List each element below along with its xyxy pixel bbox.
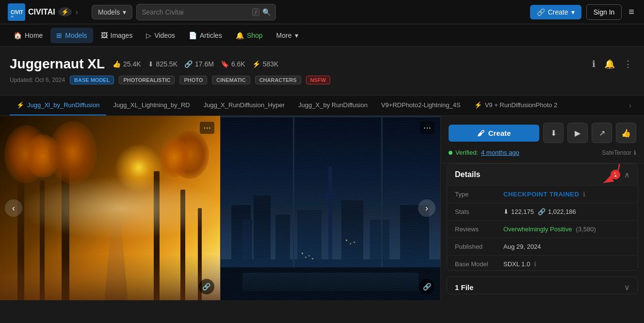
image-panel-1[interactable]: ⋯ 🔗 ‹ — [0, 116, 221, 300]
page-title: Juggernaut XL — [10, 56, 105, 72]
image-panel-2[interactable]: ⋯ 🔗 › — [221, 116, 441, 300]
details-collapse-icon[interactable]: ∧ — [624, 170, 630, 179]
files-expand-icon[interactable]: ∨ — [624, 283, 630, 292]
type-label: Type — [455, 191, 503, 198]
slash-badge: / — [252, 8, 259, 16]
download-button[interactable]: ⬇ — [543, 123, 564, 143]
bookmark-icon: 🔖 — [221, 60, 229, 68]
tag-photo[interactable]: PHOTO — [179, 76, 207, 84]
page-header: Juggernaut XL 👍 25.4K ⬇ 825.5K 🔗 17.6M 🔖… — [0, 47, 644, 96]
share-button[interactable]: ↗ — [592, 123, 612, 143]
tag-characters[interactable]: CHARACTERS — [255, 76, 301, 84]
info-button[interactable]: ℹ — [590, 57, 597, 71]
tab-version-3[interactable]: Jugg_X_RunDiffusion_Hyper — [197, 96, 291, 115]
images-area: ⋯ 🔗 ‹ — [0, 116, 440, 300]
version-tabs: ⚡ Jugg_Xl_by_RunDiffusion Jugg_XL_Lightn… — [0, 96, 644, 116]
image-2-menu[interactable]: ⋯ — [420, 122, 435, 134]
tab-version-6[interactable]: ⚡ V9 + RunDiffusionPhoto 2 — [467, 96, 564, 115]
tab-scroll-right[interactable]: › — [626, 97, 634, 114]
download-icon: ⬇ — [148, 60, 154, 68]
svg-text:AI: AI — [11, 15, 14, 17]
download-icon: ⬇ — [550, 129, 557, 138]
share-icon: ↗ — [599, 129, 605, 138]
models-icon: ⊞ — [56, 32, 62, 39]
thumb-up-icon: 👍 — [621, 129, 631, 138]
logo-chevron[interactable]: › — [75, 8, 78, 16]
header-search: Models ▾ / 🔍 — [92, 4, 276, 20]
reviews-count: (3,580) — [576, 226, 596, 233]
details-header[interactable]: Details 1 ∧ — [447, 164, 638, 185]
stats-row: 👍 25.4K ⬇ 825.5K 🔗 17.6M 🔖 6.6K ⚡ 583K — [113, 60, 278, 68]
detail-row-reviews: Reviews Overwhelmingly Positive (3,580) — [447, 220, 638, 238]
more-chevron-icon: ▾ — [295, 32, 298, 39]
models-dropdown[interactable]: Models ▾ — [92, 5, 132, 19]
stats-label: Stats — [455, 208, 503, 215]
reviews-positive-text[interactable]: Overwhelmingly Positive — [503, 226, 572, 233]
bolt-icon: ⚡ — [252, 60, 260, 68]
image-1 — [0, 116, 220, 300]
logo-icon: CIVIT AI — [8, 3, 25, 21]
sidebar-top: 🖌 Create ⬇ ▶ ↗ 👍 Verifi — [441, 116, 644, 163]
like-button[interactable]: 👍 — [616, 123, 636, 143]
sidebar: 🖌 Create ⬇ ▶ ↗ 👍 Verifi — [440, 116, 644, 300]
image-next-button[interactable]: › — [418, 199, 435, 217]
image-prev-button[interactable]: ‹ — [5, 199, 22, 217]
create-button[interactable]: 🔗 Create ▾ — [530, 5, 581, 19]
details-badge: 1 — [611, 170, 620, 179]
type-info-icon[interactable]: ℹ — [583, 191, 585, 198]
stats-links-value: 🔗 1,022,186 — [538, 208, 576, 215]
create-chevron-icon: ▾ — [571, 8, 575, 16]
logo-lightning[interactable]: ⚡ — [58, 7, 72, 16]
sidebar-item-shop[interactable]: 🔔 Shop — [230, 28, 269, 43]
files-header[interactable]: 1 File ∨ — [447, 277, 638, 294]
sidebar-item-images[interactable]: 🖼 Images — [95, 28, 139, 43]
main-content: ⋯ 🔗 ‹ — [0, 116, 644, 300]
create-main-button[interactable]: 🖌 Create — [449, 125, 539, 142]
images-icon: 🖼 — [101, 32, 108, 39]
home-icon: 🏠 — [14, 32, 22, 39]
saves-stat: 🔖 6.6K — [221, 60, 245, 68]
tag-nsfw[interactable]: NSFW — [306, 76, 330, 84]
base-model-info-icon[interactable]: ℹ — [534, 260, 536, 268]
play-button[interactable]: ▶ — [567, 123, 588, 143]
image-1-menu[interactable]: ⋯ — [200, 122, 214, 134]
main-nav: 🏠 Home ⊞ Models 🖼 Images ▷ Videos 📄 Arti… — [0, 24, 644, 47]
tag-photorealistic[interactable]: PHOTOREALISTIC — [119, 76, 175, 84]
sidebar-item-articles[interactable]: 📄 Articles — [183, 28, 228, 43]
sign-in-button[interactable]: Sign In — [586, 4, 622, 20]
tab-version-2[interactable]: Jugg_XL_Lightning_by_RD — [106, 96, 196, 115]
page-header-actions: ℹ 🔔 ⋮ — [590, 57, 634, 71]
search-icon[interactable]: 🔍 — [262, 8, 271, 16]
base-model-value: SDXL 1.0 — [503, 260, 530, 268]
logo[interactable]: CIVIT AI CIVITAI ⚡ › — [8, 3, 78, 21]
tag-cinematic[interactable]: CINEMATIC — [212, 76, 250, 84]
downloads-stat: ⬇ 825.5K — [148, 60, 177, 68]
autumn-scene — [0, 116, 220, 300]
sidebar-item-home[interactable]: 🏠 Home — [8, 28, 48, 43]
search-wrap: / 🔍 — [136, 4, 276, 20]
tab-version-4[interactable]: Jugg_X_by RunDiffusion — [291, 96, 374, 115]
sidebar-item-models[interactable]: ⊞ Models — [50, 28, 93, 43]
image-1-link[interactable]: 🔗 — [199, 279, 214, 294]
search-input[interactable] — [142, 8, 252, 16]
tab-version-5[interactable]: V9+RDPhoto2-Lightning_4S — [374, 96, 467, 115]
more-options-button[interactable]: ⋮ — [622, 57, 634, 71]
verified-time[interactable]: 4 months ago — [481, 149, 519, 156]
image-2-link[interactable]: 🔗 — [419, 279, 435, 294]
safetensor-label: SafeTensor ℹ — [602, 149, 636, 156]
links-icon: 🔗 — [184, 60, 193, 68]
sidebar-item-videos[interactable]: ▷ Videos — [140, 28, 181, 43]
sidebar-item-more[interactable]: More ▾ — [271, 28, 304, 43]
safetensor-info-icon[interactable]: ℹ — [634, 149, 636, 156]
tab-v6-lightning-icon: ⚡ — [474, 101, 482, 109]
tab-version-1[interactable]: ⚡ Jugg_Xl_by_RunDiffusion — [10, 96, 106, 115]
tab-lightning-icon: ⚡ — [16, 101, 24, 109]
reviews-label: Reviews — [455, 226, 503, 233]
tag-base-model[interactable]: BASE MODEL — [70, 76, 114, 84]
action-row: 🖌 Create ⬇ ▶ ↗ 👍 — [449, 123, 636, 143]
hamburger-menu-button[interactable]: ≡ — [627, 4, 636, 19]
detail-row-stats: Stats ⬇ 122,175 🔗 1,022,186 — [447, 203, 638, 220]
header: CIVIT AI CIVITAI ⚡ › Models ▾ / 🔍 🔗 Crea… — [0, 0, 644, 24]
detail-row-published: Published Aug 29, 2024 — [447, 238, 638, 255]
bell-button[interactable]: 🔔 — [602, 57, 617, 71]
